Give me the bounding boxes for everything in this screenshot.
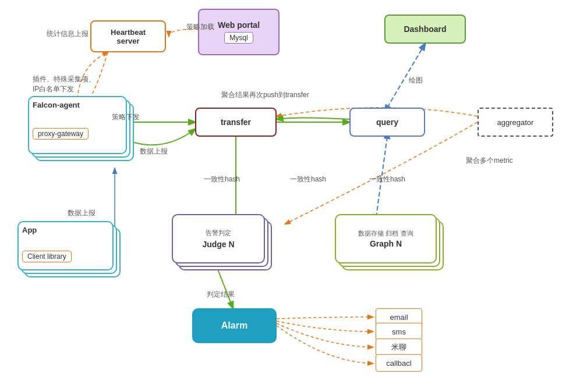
ann-data-report2: 数据上报: [68, 208, 96, 218]
mysql-label: Mysql: [229, 34, 247, 42]
ann-push-transfer: 聚合结果再次push到transfer: [221, 90, 309, 100]
app-text: App: [22, 226, 37, 234]
ann-hash1: 一致性hash: [204, 174, 240, 184]
ann-data-report1: 数据上报: [140, 147, 168, 156]
diagram-container: { "nodes": { "heartbeat": "Heartbeat\nse…: [0, 0, 580, 392]
client-library-box: Client library: [22, 251, 72, 262]
alarm-label: Alarm: [221, 320, 247, 331]
michat-box: 米聊: [376, 338, 422, 356]
ann-hash3: 一致性hash: [369, 174, 405, 184]
app-label: App Client library: [17, 221, 114, 270]
web-portal-label: Web portal: [218, 20, 260, 30]
heartbeat-server-label: Heartbeatserver: [111, 28, 146, 45]
ann-aggregate: 聚合多个metric: [466, 156, 513, 166]
alarm-node: Alarm: [192, 308, 277, 343]
ann-draw: 绘图: [409, 76, 423, 85]
ann-strategy-load: 策略加载: [186, 22, 214, 32]
dashboard-node: Dashboard: [384, 15, 466, 44]
client-library-label: Client library: [27, 252, 66, 261]
transfer-label: transfer: [221, 117, 251, 127]
judge-n-label: 告警判定 Judge N: [172, 214, 265, 263]
graph-n-label: 数据存储 归档 查询 Graph N: [335, 214, 437, 263]
query-label: query: [376, 117, 398, 127]
web-portal-node: Web portal Mysql: [198, 9, 280, 55]
callback-box: callbacl: [376, 354, 422, 372]
dashboard-label: Dashboard: [404, 24, 446, 34]
heartbeat-server-node: Heartbeatserver: [90, 20, 166, 52]
graph-sublabel: 数据存储 归档 查询: [358, 229, 413, 238]
transfer-node: transfer: [195, 108, 277, 137]
callback-label: callbacl: [386, 359, 411, 368]
aggregator-label: aggregator: [497, 118, 534, 127]
ann-plugin: 插件、特殊采集项、IP白名单下发: [33, 74, 96, 94]
ann-stats-report: 统计信息上报: [47, 29, 89, 39]
ann-hash2: 一致性hash: [290, 174, 326, 184]
falcon-agent-label: Falcon-agent proxy-gateway: [28, 96, 127, 154]
michat-label: 米聊: [391, 342, 406, 352]
falcon-agent-text: Falcon-agent: [33, 101, 80, 109]
email-label: email: [390, 313, 408, 322]
graph-n-text: Graph N: [370, 239, 402, 248]
query-node: query: [349, 108, 425, 137]
proxy-gateway-box: proxy-gateway: [33, 128, 89, 140]
aggregator-node: aggregator: [478, 108, 553, 137]
ann-strategy-push: 策略下发: [112, 112, 140, 122]
sms-box: sms: [376, 323, 422, 340]
mysql-box: Mysql: [224, 32, 253, 44]
arrows-svg: [0, 0, 580, 392]
judge-sublabel: 告警判定: [206, 229, 231, 237]
sms-label: sms: [392, 327, 406, 336]
ann-judge-result: 判定结果: [207, 290, 235, 300]
proxy-gateway-label: proxy-gateway: [38, 130, 83, 138]
judge-n-text: Judge N: [202, 240, 234, 249]
